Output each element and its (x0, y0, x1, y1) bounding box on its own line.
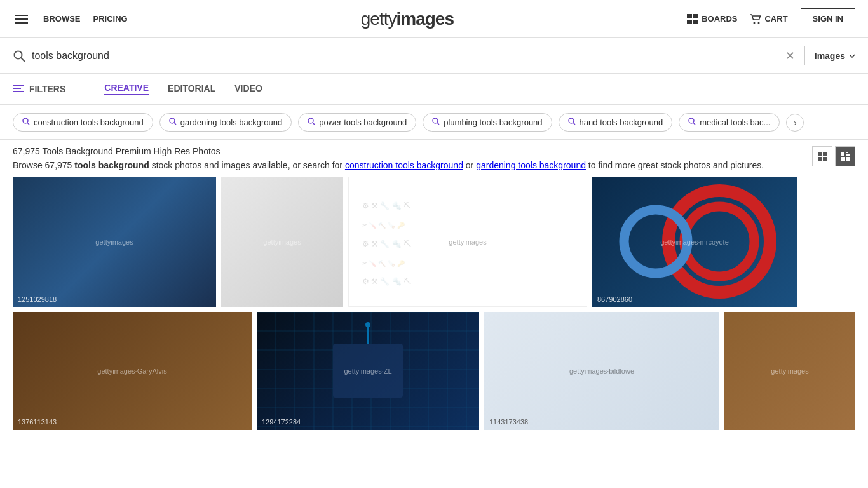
svg-line-7 (21, 58, 25, 62)
svg-rect-22 (818, 157, 822, 161)
logo: gettyimages (361, 9, 454, 29)
chip-medical-search-icon (688, 118, 696, 127)
svg-point-8 (23, 118, 28, 123)
boards-link[interactable]: BOARDS (687, 14, 737, 24)
image-item[interactable]: gettyimages·mrcoyote 867902860 (592, 177, 797, 307)
svg-rect-28 (843, 157, 845, 161)
search-icon (13, 50, 25, 62)
image-item[interactable]: gettyimages ⚙ ⚒ 🔧 🔩 ⛏ ✂ 🪛 🔨 🪚 🔑 ⚙ ⚒ 🔧 🔩 … (348, 177, 587, 307)
chip-construction[interactable]: construction tools background (13, 113, 153, 132)
chip-power-search-icon (308, 118, 315, 127)
grid-view-button[interactable] (812, 146, 832, 166)
image-grid: gettyimages 1251029818 gettyimages getty… (0, 170, 868, 441)
search-type-label: Images (815, 51, 845, 61)
watermark: gettyimages (771, 367, 808, 375)
svg-line-11 (174, 123, 176, 125)
svg-rect-24 (841, 152, 844, 156)
svg-line-13 (313, 123, 315, 125)
header-left: BROWSE PRICING (13, 12, 128, 26)
image-item[interactable]: gettyimages·ZL 1294172284 (257, 312, 479, 430)
suggestions-bar: construction tools background gardening … (0, 105, 868, 140)
chip-gardening-label: gardening tools background (180, 118, 282, 127)
image-number: 867902860 (597, 295, 632, 303)
results-header: 67,975 Tools Background Premium High Res… (0, 140, 868, 170)
svg-rect-29 (846, 157, 848, 161)
svg-line-9 (27, 123, 29, 125)
watermark: gettyimages (95, 238, 133, 246)
chip-hand-search-icon (568, 118, 576, 127)
cart-icon (750, 14, 761, 24)
grid-row-1: gettyimages 1251029818 gettyimages getty… (13, 177, 855, 307)
chip-plumbing-search-icon (432, 118, 440, 127)
svg-line-17 (573, 123, 575, 125)
svg-rect-0 (687, 14, 692, 18)
sign-in-button[interactable]: SIGN IN (801, 8, 855, 29)
svg-point-43 (365, 322, 370, 327)
image-item[interactable]: gettyimages (221, 177, 343, 307)
filter-icon (13, 85, 24, 93)
svg-rect-30 (848, 157, 850, 161)
image-number: 1376113143 (18, 418, 57, 426)
svg-rect-23 (823, 157, 827, 161)
image-number: 1251029818 (18, 295, 57, 303)
tab-creative[interactable]: CREATIVE (104, 83, 149, 95)
tab-video[interactable]: VIDEO (234, 83, 262, 95)
svg-rect-1 (693, 14, 698, 18)
svg-rect-41 (333, 344, 403, 398)
svg-line-15 (437, 123, 439, 125)
svg-line-19 (693, 123, 695, 125)
svg-point-12 (308, 118, 313, 123)
svg-point-18 (689, 118, 694, 123)
chip-gardening[interactable]: gardening tools background (159, 113, 292, 132)
svg-text:⚙ ⚒ 🔧 🔩 ⛏: ⚙ ⚒ 🔧 🔩 ⛏ (362, 201, 411, 211)
filters-button[interactable]: FILTERS (13, 74, 85, 104)
svg-point-16 (569, 118, 574, 123)
svg-point-10 (170, 118, 175, 123)
watermark: gettyimages·GaryAlvis (97, 367, 166, 375)
svg-text:✂ 🪛 🔨 🪚 🔑: ✂ 🪛 🔨 🪚 🔑 (362, 221, 405, 229)
hamburger-menu[interactable] (13, 12, 31, 26)
clear-search-icon[interactable]: ✕ (785, 49, 795, 63)
filters-label: FILTERS (29, 84, 65, 94)
chips-next-button[interactable]: › (786, 114, 804, 132)
chip-medical[interactable]: medical tools bac... (679, 113, 780, 132)
view-toggle (812, 146, 855, 166)
grid-row-2: gettyimages·GaryAlvis 1376113143 gettyim… (13, 312, 855, 430)
chip-power[interactable]: power tools background (298, 113, 416, 132)
svg-rect-26 (846, 154, 850, 156)
image-item[interactable]: gettyimages 1251029818 (13, 177, 216, 307)
tab-editorial[interactable]: EDITORIAL (168, 83, 215, 95)
chip-plumbing-label: plumbing tools background (444, 118, 542, 127)
header-center: gettyimages (128, 9, 687, 29)
image-item[interactable]: gettyimages (724, 312, 855, 430)
chip-hand-label: hand tools background (580, 118, 663, 127)
svg-point-6 (15, 51, 22, 58)
image-number: 1294172284 (262, 418, 301, 426)
svg-text:⚙ ⚒ 🔧 🔩 ⛏: ⚙ ⚒ 🔧 🔩 ⛏ (362, 276, 411, 286)
pricing-link[interactable]: PRICING (93, 14, 128, 24)
chip-construction-label: construction tools background (34, 118, 144, 127)
cart-link[interactable]: CART (750, 14, 787, 24)
header: BROWSE PRICING gettyimages BOARDS CART S… (0, 0, 868, 38)
logo-bold: images (397, 9, 454, 29)
chip-plumbing[interactable]: plumbing tools background (423, 113, 552, 132)
search-divider (804, 46, 805, 65)
image-item[interactable]: gettyimages·bildlöwe 1143173438 (484, 312, 719, 430)
cart-label: CART (764, 14, 787, 24)
image-item[interactable]: gettyimages·GaryAlvis 1376113143 (13, 312, 252, 430)
image-number: 1143173438 (489, 418, 528, 426)
svg-rect-27 (841, 157, 843, 161)
header-right: BOARDS CART SIGN IN (687, 8, 855, 29)
boards-icon (687, 14, 698, 24)
chip-gardening-search-icon (169, 118, 177, 127)
svg-point-5 (758, 22, 760, 24)
search-input[interactable] (32, 50, 785, 62)
search-bar: ✕ Images (0, 38, 868, 74)
search-type-selector[interactable]: Images (815, 51, 855, 61)
chip-hand[interactable]: hand tools background (559, 113, 673, 132)
browse-link[interactable]: BROWSE (43, 14, 81, 24)
svg-point-14 (433, 118, 438, 123)
watermark: gettyimages (263, 238, 301, 246)
list-view-button[interactable] (835, 146, 855, 166)
logo-thin: getty (361, 9, 397, 29)
